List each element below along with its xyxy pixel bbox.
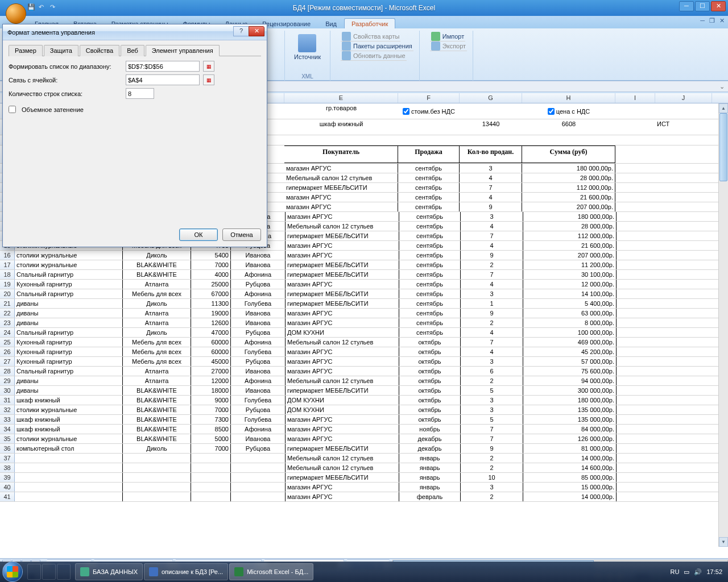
row-header[interactable]: 20 xyxy=(0,289,15,298)
cell[interactable] xyxy=(15,463,123,472)
cell[interactable]: гипермаркет МЕБЕЛЬСИТИ xyxy=(286,299,399,308)
cell[interactable] xyxy=(15,454,123,463)
cell[interactable] xyxy=(123,454,191,463)
cell[interactable]: 9 xyxy=(460,202,522,211)
cell[interactable]: октябрь xyxy=(399,347,461,356)
row-header[interactable]: 40 xyxy=(0,483,15,492)
cell[interactable]: 10 xyxy=(461,473,523,482)
cell[interactable]: октябрь xyxy=(399,386,461,395)
cell[interactable]: 7000 xyxy=(191,444,231,453)
cell[interactable]: 7 xyxy=(461,231,523,240)
cell[interactable]: Диколь xyxy=(123,251,191,260)
cell[interactable]: 180 000,00р. xyxy=(522,164,615,173)
row-header[interactable]: 27 xyxy=(0,357,15,366)
cell[interactable]: Иванова xyxy=(231,367,286,376)
dialog-tab[interactable]: Защита xyxy=(44,45,78,56)
cell[interactable] xyxy=(191,483,231,492)
cell[interactable]: ИСТ xyxy=(655,119,712,135)
cell[interactable]: сентябрь xyxy=(398,193,460,202)
doc-restore-icon[interactable]: ❐ xyxy=(709,17,715,24)
cell[interactable]: 2 xyxy=(461,318,523,327)
cell[interactable]: гипермаркет МЕБЕЛЬСИТИ xyxy=(284,183,398,192)
tray-lang[interactable]: RU xyxy=(671,568,680,575)
ok-button[interactable]: ОК xyxy=(179,228,218,241)
cell[interactable]: Спальный гарнитур xyxy=(15,367,123,376)
cell[interactable]: сентябрь xyxy=(398,164,460,173)
row-header[interactable]: 36 xyxy=(0,444,15,453)
cell[interactable]: магазин АРГУС xyxy=(286,357,399,366)
maximize-button[interactable]: ☐ xyxy=(695,1,710,11)
cell[interactable]: диваны xyxy=(15,386,123,395)
cell[interactable]: 2 xyxy=(461,454,523,463)
cell[interactable] xyxy=(231,454,286,463)
cell[interactable]: 7 xyxy=(461,270,523,279)
cell[interactable]: 5 400,00р. xyxy=(523,299,617,308)
redo-icon[interactable]: ↷ xyxy=(50,3,59,13)
dialog-tab[interactable]: Элемент управления xyxy=(146,45,220,56)
tray-flag-icon[interactable]: ▭ xyxy=(684,568,689,576)
cell[interactable]: шкаф книжный xyxy=(15,415,123,424)
cell[interactable]: 6608 xyxy=(522,119,615,135)
cell[interactable]: гр.товаров xyxy=(284,103,398,119)
range-input[interactable] xyxy=(126,61,200,72)
row-header[interactable]: 39 xyxy=(0,473,15,482)
cell[interactable]: 60000 xyxy=(191,338,231,347)
row-header[interactable]: 19 xyxy=(0,280,15,289)
row-header[interactable]: 28 xyxy=(0,367,15,376)
cell[interactable]: Кухонный гарнитур xyxy=(15,280,123,289)
cell[interactable]: гипермаркет МЕБЕЛЬСИТИ xyxy=(286,260,399,269)
checkbox[interactable] xyxy=(548,108,555,115)
cell[interactable]: Иванова xyxy=(231,251,286,260)
cell[interactable]: 2 xyxy=(461,260,523,269)
tray-clock[interactable]: 17:52 xyxy=(706,568,722,575)
row-header[interactable]: 22 xyxy=(0,309,15,318)
cell[interactable]: ДОМ КУХНИ xyxy=(286,396,399,405)
cell[interactable]: 4 xyxy=(461,347,523,356)
checkbox[interactable] xyxy=(403,108,410,115)
cell[interactable] xyxy=(191,492,231,501)
col-I[interactable]: I xyxy=(615,93,655,103)
cell[interactable]: 4 xyxy=(461,328,523,337)
cell[interactable]: 5 xyxy=(461,415,523,424)
start-button[interactable] xyxy=(2,562,23,582)
cell[interactable]: 3 xyxy=(461,396,523,405)
cell[interactable]: Мебель для всех xyxy=(123,289,191,298)
cancel-button[interactable]: Отмена xyxy=(222,228,261,241)
cell[interactable]: сентябрь xyxy=(399,251,461,260)
cell[interactable]: 21 600,00р. xyxy=(523,241,617,250)
cell[interactable]: Рубцова xyxy=(231,280,286,289)
row-header[interactable]: 16 xyxy=(0,251,15,260)
cell-ref-button[interactable]: ▦ xyxy=(203,74,214,85)
cell[interactable]: 9000 xyxy=(191,396,231,405)
cell[interactable]: декабрь xyxy=(399,444,461,453)
taskbar-item[interactable]: описание к БД3 [Ре... xyxy=(144,563,228,580)
cell[interactable]: 7000 xyxy=(191,405,231,414)
taskbar-item[interactable]: БАЗА ДАННЫХ xyxy=(75,563,143,580)
cell[interactable]: BLAK&WHITE xyxy=(123,405,191,414)
cell[interactable]: 13440 xyxy=(460,119,522,135)
cell[interactable]: Мебельный салон 12 стульев xyxy=(284,173,398,182)
cell[interactable]: диваны xyxy=(15,318,123,327)
cell[interactable]: Голубева xyxy=(231,396,286,405)
cell[interactable] xyxy=(231,483,286,492)
expansion-packs-button[interactable]: Пакеты расширения xyxy=(341,41,413,51)
cell[interactable]: Голубева xyxy=(231,415,286,424)
fx-expand-icon[interactable]: ⌄ xyxy=(716,83,728,90)
row-header[interactable]: 35 xyxy=(0,434,15,443)
cell[interactable]: 67000 xyxy=(191,289,231,298)
cell[interactable]: октябрь xyxy=(399,357,461,366)
export-button[interactable]: Экспорт xyxy=(430,41,467,51)
cell[interactable]: сентябрь xyxy=(399,289,461,298)
cell[interactable]: Иванова xyxy=(231,386,286,395)
cell[interactable]: Мебель для всех xyxy=(123,347,191,356)
cell[interactable] xyxy=(231,473,286,482)
xml-source-button[interactable]: Источник xyxy=(291,32,324,63)
cell[interactable]: магазин АРГУС xyxy=(286,425,399,434)
cell[interactable]: магазин АРГУС xyxy=(284,202,398,211)
cell[interactable]: Мебель для всех xyxy=(123,357,191,366)
cell[interactable]: октябрь xyxy=(399,396,461,405)
cell[interactable]: 30 100,00р. xyxy=(523,270,617,279)
cell[interactable]: 9 xyxy=(461,444,523,453)
import-button[interactable]: Импорт xyxy=(430,32,465,41)
cell[interactable]: 180 000,00р. xyxy=(523,212,617,221)
